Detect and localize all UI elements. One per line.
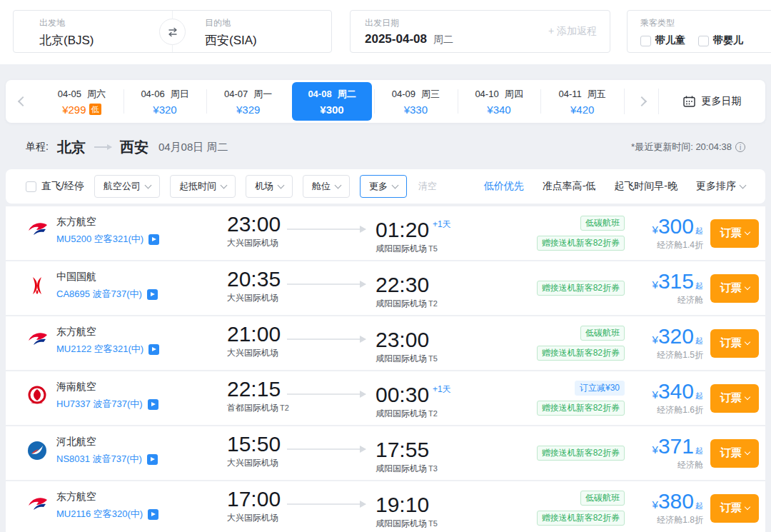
flight-number[interactable]: MU2116 空客320(中) <box>56 508 143 521</box>
airline-filter-dropdown[interactable]: 航空公司 <box>94 175 160 198</box>
hebei-airlines-logo <box>26 439 49 462</box>
arrival-airport: 咸阳国际机场 <box>376 353 427 363</box>
airline-name: 河北航空 <box>56 436 158 448</box>
route-from-city: 北京 <box>57 138 86 157</box>
date-tab-04-11[interactable]: 04-11周五 ¥420 <box>540 80 624 123</box>
sort-lowest-price[interactable]: 低价优先 <box>484 180 524 193</box>
departure-airport: 大兴国际机场 <box>227 458 278 468</box>
chevron-down-icon <box>744 229 750 235</box>
date-value[interactable]: 2025-04-08 <box>365 32 427 46</box>
info-icon[interactable]: i <box>735 142 745 152</box>
price: ¥320起 <box>652 326 703 347</box>
flight-row: 海南航空 HU7337 波音737(中) 22:15 首都国际机场T2 00:3… <box>6 371 765 425</box>
children-checkbox[interactable] <box>640 36 651 46</box>
flight-number[interactable]: CA8695 波音737(中) <box>56 288 142 301</box>
add-return-trip-button[interactable]: + 添加返程 <box>548 25 597 38</box>
date-tab-04-08-selected[interactable]: 04-08周二 ¥300 <box>292 82 372 121</box>
departure-date-box[interactable]: 出发日期 2025-04-08 周二 + 添加返程 <box>350 10 610 53</box>
departure-time: 17:00 <box>227 487 281 511</box>
video-play-icon[interactable] <box>148 399 158 410</box>
flight-path-arrow <box>287 338 366 340</box>
sort-punctuality[interactable]: 准点率高-低 <box>543 180 596 193</box>
price: ¥371起 <box>652 436 703 457</box>
clear-filters-button[interactable]: 清空 <box>418 180 437 193</box>
chevron-down-icon <box>744 449 750 455</box>
video-play-icon[interactable] <box>147 289 158 300</box>
book-button[interactable]: 订票 <box>710 274 759 303</box>
date-label: 出发日期 <box>365 17 453 29</box>
next-dates-button[interactable] <box>624 89 658 114</box>
infant-checkbox[interactable] <box>698 36 709 46</box>
arrival-time: 19:10 <box>376 493 429 516</box>
flight-number[interactable]: HU7337 波音737(中) <box>56 398 143 411</box>
departure-date-field[interactable]: 出发日期 2025-04-08 周二 <box>365 17 453 46</box>
arrival-time: 00:30 <box>376 383 429 406</box>
video-play-icon[interactable] <box>148 344 159 355</box>
flight-number[interactable]: NS8031 波音737(中) <box>56 453 142 466</box>
departure-city-value[interactable]: 北京(BJS) <box>39 32 94 49</box>
date-tab-04-06[interactable]: 04-06周日 ¥320 <box>124 80 207 123</box>
flight-row: 东方航空 MU5200 空客321(中) 23:00 大兴国际机场 01:20+… <box>6 206 765 260</box>
airline-name: 东方航空 <box>56 216 159 229</box>
arrival-city-field[interactable]: 目的地 西安(SIA) <box>205 17 257 49</box>
book-button[interactable]: 订票 <box>710 384 759 413</box>
route-box: 出发地 北京(BJS) 目的地 西安(SIA) <box>13 10 332 53</box>
promo-badge: 赠接送机新客82折券 <box>537 236 625 251</box>
sort-departure-time[interactable]: 起飞时间早-晚 <box>614 180 677 193</box>
chevron-down-icon <box>744 284 750 290</box>
sort-options: 低价优先 准点率高-低 起飞时间早-晚 更多排序 <box>484 180 745 193</box>
last-updated-text: *最近更新时间: 20:04:38 <box>631 141 732 154</box>
video-play-icon[interactable] <box>147 454 158 465</box>
promo-badge: 赠接送机新客82折券 <box>537 281 625 296</box>
chevron-down-icon <box>391 181 398 189</box>
china-eastern-logo <box>26 329 49 352</box>
airline-name: 东方航空 <box>56 491 158 503</box>
date-tab-04-07[interactable]: 04-07周一 ¥329 <box>206 80 290 123</box>
departure-city-field[interactable]: 出发地 北京(BJS) <box>39 17 94 49</box>
flight-number[interactable]: MU2122 空客321(中) <box>56 343 143 356</box>
route-summary: 单程: 北京 西安 04月08日 周二 *最近更新时间: 20:04:38 i <box>6 131 765 164</box>
chevron-down-icon <box>740 181 747 189</box>
arrival-airport: 咸阳国际机场 <box>376 408 427 418</box>
arrival-time: 22:30 <box>376 273 429 296</box>
departure-airport: 大兴国际机场 <box>227 348 278 358</box>
flight-number[interactable]: MU5200 空客321(中) <box>56 233 143 246</box>
cabin-filter-dropdown[interactable]: 舱位 <box>303 175 350 198</box>
date-cells: 04-05周六 ¥299低 04-06周日 ¥320 04-07周一 ¥329 … <box>40 80 624 123</box>
date-tab-04-09[interactable]: 04-09周三 ¥330 <box>374 80 458 123</box>
route-date: 04月08日 周二 <box>158 141 228 154</box>
more-dates-button[interactable]: 更多日期 <box>658 89 765 114</box>
prev-dates-button[interactable] <box>6 80 40 123</box>
departure-airport: 大兴国际机场 <box>227 238 278 248</box>
date-tab-04-05[interactable]: 04-05周六 ¥299低 <box>40 80 124 123</box>
flight-list: 东方航空 MU5200 空客321(中) 23:00 大兴国际机场 01:20+… <box>6 206 765 532</box>
flight-row: 中国国航 CA8695 波音737(中) 20:35 大兴国际机场 22:30 … <box>6 261 765 315</box>
airport-filter-dropdown[interactable]: 机场 <box>246 175 293 198</box>
direct-flight-filter[interactable]: 直飞/经停 <box>26 180 84 193</box>
time-filter-dropdown[interactable]: 起抵时间 <box>170 175 236 198</box>
airline-name: 东方航空 <box>56 326 159 338</box>
flight-row: 河北航空 NS8031 波音737(中) 15:50 大兴国际机场 17:55 … <box>6 426 765 480</box>
sort-more[interactable]: 更多排序 <box>696 180 745 193</box>
arrival-city-value[interactable]: 西安(SIA) <box>205 32 257 49</box>
swap-cities-icon[interactable] <box>159 19 186 45</box>
video-play-icon[interactable] <box>148 509 158 520</box>
route-to-city: 西安 <box>120 138 148 157</box>
flight-path-arrow <box>287 393 366 395</box>
china-eastern-logo <box>26 219 49 242</box>
china-eastern-logo <box>26 494 49 517</box>
arrival-time: 17:55 <box>376 438 429 461</box>
chevron-down-icon <box>744 339 750 345</box>
direct-flight-checkbox[interactable] <box>26 181 36 192</box>
calendar-icon <box>683 96 695 107</box>
with-children-option[interactable]: 带儿童 <box>640 34 685 47</box>
more-filter-dropdown[interactable]: 更多 <box>360 175 407 198</box>
book-button[interactable]: 订票 <box>710 329 759 358</box>
with-infant-option[interactable]: 带婴儿 <box>698 34 743 47</box>
arrival-airport: 咸阳国际机场 <box>376 463 427 473</box>
date-tab-04-10[interactable]: 04-10周四 ¥340 <box>458 80 541 123</box>
book-button[interactable]: 订票 <box>710 439 759 468</box>
book-button[interactable]: 订票 <box>710 219 759 248</box>
video-play-icon[interactable] <box>148 234 159 245</box>
book-button[interactable]: 订票 <box>710 494 759 523</box>
